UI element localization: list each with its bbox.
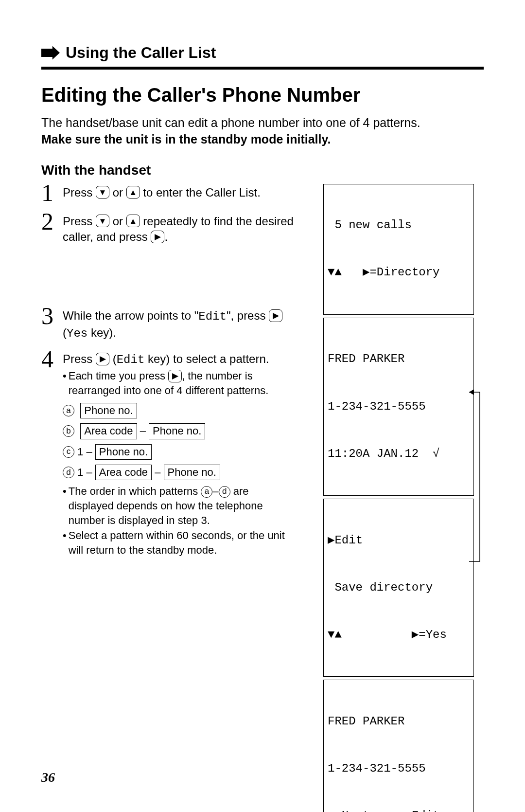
section-header: Using the Caller List [41, 44, 484, 62]
step-3: 3 While the arrow points to "Edit", pres… [41, 305, 294, 342]
step-2: 2 Press ▼ or ▲ repeatedly to find the de… [41, 211, 294, 245]
lcd-screen-step2: FRED PARKER 1-234-321-5555 11:20A JAN.12… [323, 318, 474, 496]
circled-c-icon: c [63, 446, 74, 458]
step-1: 1 Press ▼ or ▲ to enter the Caller List. [41, 182, 294, 204]
step-text: Press ▶ (Edit key) to select a pattern. … [63, 348, 294, 558]
circled-d-icon: d [219, 486, 230, 498]
steps-column: 1 Press ▼ or ▲ to enter the Caller List.… [41, 182, 294, 812]
lcd-screen-step1: 5 new calls ▼▲ ▶=Directory [323, 184, 474, 315]
subheading: With the handset [41, 162, 484, 178]
lcd-column: 5 new calls ▼▲ ▶=Directory FRED PARKER 1… [304, 182, 484, 812]
circled-a-icon: a [63, 405, 74, 416]
pattern-c-def: c 1 – Phone no. [63, 444, 294, 460]
step4-bullet2: • The order in which patterns a–d are di… [63, 484, 294, 527]
step-text: Press ▼ or ▲ repeatedly to find the desi… [63, 211, 294, 245]
step-number: 2 [41, 211, 56, 245]
right-key-icon: ▶ [168, 370, 182, 382]
pattern-a-def: a Phone no. [63, 403, 294, 418]
page-number: 36 [41, 770, 55, 785]
step-number: 1 [41, 182, 56, 204]
right-key-icon: ▶ [151, 231, 164, 243]
step4-bullet3: • Select a pattern within 60 seconds, or… [63, 528, 294, 557]
step-4: 4 Press ▶ (Edit key) to select a pattern… [41, 348, 294, 558]
down-key-icon: ▼ [96, 186, 109, 198]
up-key-icon: ▲ [126, 215, 140, 227]
intro-text: The handset/base unit can edit a phone n… [41, 115, 484, 148]
columns: 1 Press ▼ or ▲ to enter the Caller List.… [41, 182, 484, 812]
step-text: Press ▼ or ▲ to enter the Caller List. [63, 182, 261, 204]
section-title: Using the Caller List [66, 44, 216, 62]
intro-line2: Make sure the unit is in the standby mod… [41, 132, 331, 146]
down-key-icon: ▼ [96, 215, 109, 227]
right-key-icon: ▶ [269, 309, 282, 322]
step-text: While the arrow points to "Edit", press … [63, 305, 294, 342]
intro-line1: The handset/base unit can edit a phone n… [41, 116, 420, 129]
spacer [41, 252, 294, 305]
lcd-screen-step3-edit: FRED PARKER 1-234-321-5555 ▼=Next ▶=Edit [323, 680, 474, 812]
step4-bullet1: • Each time you press ▶, the number is r… [63, 369, 294, 397]
pattern-b-def: b Area code – Phone no. [63, 423, 294, 439]
circled-d-icon: d [63, 467, 74, 478]
pattern-d-def: d 1 – Area code – Phone no. [63, 465, 294, 480]
step-number: 4 [41, 348, 56, 558]
horizontal-rule [41, 67, 484, 70]
arrow-right-icon [41, 46, 60, 60]
manual-page: Using the Caller List Editing the Caller… [0, 0, 525, 812]
lcd-screen-step3-menu: ▶Edit Save directory ▼▲ ▶=Yes [323, 499, 474, 677]
step-number: 3 [41, 305, 56, 342]
circled-b-icon: b [63, 425, 74, 437]
page-title: Editing the Caller's Phone Number [41, 84, 484, 106]
right-key-icon: ▶ [96, 353, 109, 365]
circled-a-icon: a [201, 486, 212, 498]
up-key-icon: ▲ [126, 186, 140, 198]
